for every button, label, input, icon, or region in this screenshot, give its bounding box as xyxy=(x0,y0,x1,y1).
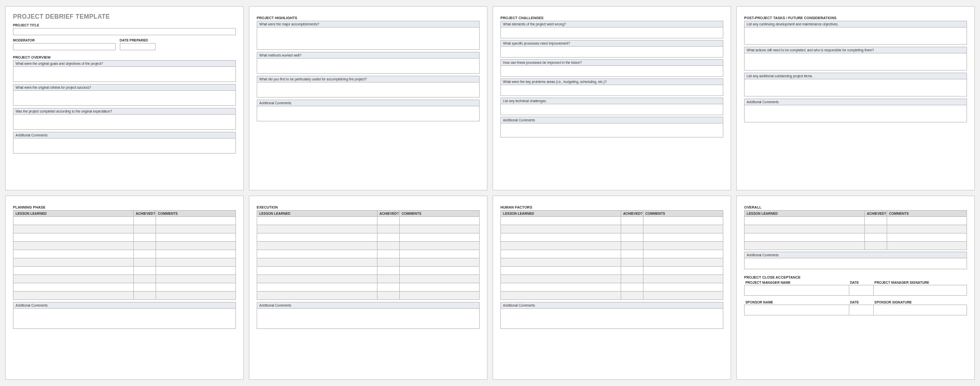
table-row[interactable] xyxy=(13,217,236,225)
overview-addl-input[interactable] xyxy=(13,138,236,154)
highlights-a1[interactable] xyxy=(257,27,480,50)
table-row[interactable] xyxy=(501,242,723,250)
table-row[interactable] xyxy=(501,233,723,242)
acceptance-title: PROJECT CLOSE ACCEPTANCE xyxy=(744,275,967,279)
challenges-q5: List any technical challenges. xyxy=(500,98,723,104)
sp-sig-label: SPONSOR SIGNATURE xyxy=(873,300,967,305)
highlights-title: PROJECT HIGHLIGHTS xyxy=(257,16,480,20)
table-row[interactable] xyxy=(745,233,967,242)
execution-addl-label: Additional Comments xyxy=(257,302,480,308)
project-title-input[interactable] xyxy=(13,28,236,35)
date-prepared-label: DATE PREPARED xyxy=(120,38,156,42)
planning-addl-input[interactable] xyxy=(13,308,236,329)
table-row[interactable] xyxy=(501,267,723,275)
th-lesson: LESSON LEARNED xyxy=(13,211,134,217)
table-row[interactable] xyxy=(501,250,723,258)
overall-addl-input[interactable] xyxy=(744,258,967,269)
sp-date-input[interactable] xyxy=(849,305,873,315)
overview-a3[interactable] xyxy=(13,114,236,130)
overview-q3: Was the project completed according to t… xyxy=(13,108,236,114)
human-addl-input[interactable] xyxy=(500,308,723,329)
table-row[interactable] xyxy=(13,233,236,242)
highlights-addl-label: Additional Comments xyxy=(257,100,480,106)
pm-name-label: PROJECT MANAGER NAME xyxy=(745,280,849,285)
pm-sig-input[interactable] xyxy=(873,285,967,296)
table-row[interactable] xyxy=(257,267,480,275)
page-3: PROJECT CHALLENGES What elements of the … xyxy=(493,6,731,190)
challenges-a1[interactable] xyxy=(500,27,723,38)
execution-table: LESSON LEARNED ACHIEVED? COMMENTS xyxy=(257,210,480,300)
post-addl-input[interactable] xyxy=(744,105,967,122)
document-title: PROJECT DEBRIEF TEMPLATE xyxy=(13,13,236,20)
table-row[interactable] xyxy=(745,217,967,225)
pm-sig-label: PROJECT MANAGER SIGNATURE xyxy=(873,280,967,285)
execution-addl-input[interactable] xyxy=(257,308,480,329)
table-row[interactable] xyxy=(501,275,723,283)
table-row[interactable] xyxy=(13,250,236,258)
page-6: EXECUTION LESSON LEARNED ACHIEVED? COMME… xyxy=(249,196,487,380)
post-a3[interactable] xyxy=(744,79,967,96)
date-prepared-input[interactable] xyxy=(120,43,156,50)
table-row[interactable] xyxy=(13,283,236,292)
challenges-a5[interactable] xyxy=(500,104,723,115)
moderator-input[interactable] xyxy=(13,43,116,50)
overview-addl-label: Additional Comments xyxy=(13,132,236,138)
table-row[interactable] xyxy=(13,242,236,250)
post-q1: List any continuing development and main… xyxy=(744,21,967,27)
table-row[interactable] xyxy=(13,225,236,233)
challenges-a4[interactable] xyxy=(500,85,723,96)
pm-name-input[interactable] xyxy=(745,285,849,296)
post-a2[interactable] xyxy=(744,53,967,71)
table-row[interactable] xyxy=(257,258,480,267)
th-lesson: LESSON LEARNED xyxy=(501,211,621,217)
pm-date-label: DATE xyxy=(849,280,873,285)
sp-name-label: SPONSOR NAME xyxy=(745,300,849,305)
post-a1[interactable] xyxy=(744,27,967,45)
challenges-a3[interactable] xyxy=(500,65,723,77)
table-row[interactable] xyxy=(257,275,480,283)
table-row[interactable] xyxy=(13,258,236,267)
table-row[interactable] xyxy=(13,292,236,300)
highlights-q2: What methods worked well? xyxy=(257,52,480,58)
table-row[interactable] xyxy=(501,283,723,292)
table-row[interactable] xyxy=(13,275,236,283)
table-row[interactable] xyxy=(257,292,480,300)
table-row[interactable] xyxy=(257,242,480,250)
sp-name-input[interactable] xyxy=(745,305,849,315)
table-row[interactable] xyxy=(13,267,236,275)
execution-title: EXECUTION xyxy=(257,205,480,209)
overview-title: PROJECT OVERVIEW xyxy=(13,56,236,59)
project-title-label: PROJECT TITLE xyxy=(13,23,236,27)
challenges-a2[interactable] xyxy=(500,46,723,58)
sp-sig-input[interactable] xyxy=(873,305,967,315)
highlights-a2[interactable] xyxy=(257,58,480,74)
pm-date-input[interactable] xyxy=(849,285,873,296)
challenges-addl-input[interactable] xyxy=(500,123,723,137)
table-row[interactable] xyxy=(257,217,480,225)
th-comments: COMMENTS xyxy=(156,211,235,217)
moderator-label: MODERATOR xyxy=(13,38,116,42)
post-addl-label: Additional Comments xyxy=(744,99,967,105)
table-row[interactable] xyxy=(745,225,967,233)
overview-a1[interactable] xyxy=(13,66,236,82)
table-row[interactable] xyxy=(257,233,480,242)
table-row[interactable] xyxy=(257,283,480,292)
highlights-addl-input[interactable] xyxy=(257,106,480,121)
overview-q1: What were the original goals and objecti… xyxy=(13,60,236,66)
th-comments: COMMENTS xyxy=(643,211,723,217)
highlights-q3: What did you find to be particularly use… xyxy=(257,76,480,82)
challenges-q3: How can these processes be improved in t… xyxy=(500,59,723,65)
page-2: PROJECT HIGHLIGHTS What were the major a… xyxy=(249,6,487,190)
highlights-a3[interactable] xyxy=(257,82,480,98)
post-q2: What actions still need to be completed,… xyxy=(744,47,967,53)
table-row[interactable] xyxy=(501,225,723,233)
table-row[interactable] xyxy=(501,258,723,267)
table-row[interactable] xyxy=(501,217,723,225)
table-row[interactable] xyxy=(257,225,480,233)
page-7: HUMAN FACTORS LESSON LEARNED ACHIEVED? C… xyxy=(493,196,731,380)
table-row[interactable] xyxy=(745,242,967,250)
table-row[interactable] xyxy=(257,250,480,258)
overview-a2[interactable] xyxy=(13,90,236,106)
table-row[interactable] xyxy=(501,292,723,300)
th-comments: COMMENTS xyxy=(887,211,967,217)
